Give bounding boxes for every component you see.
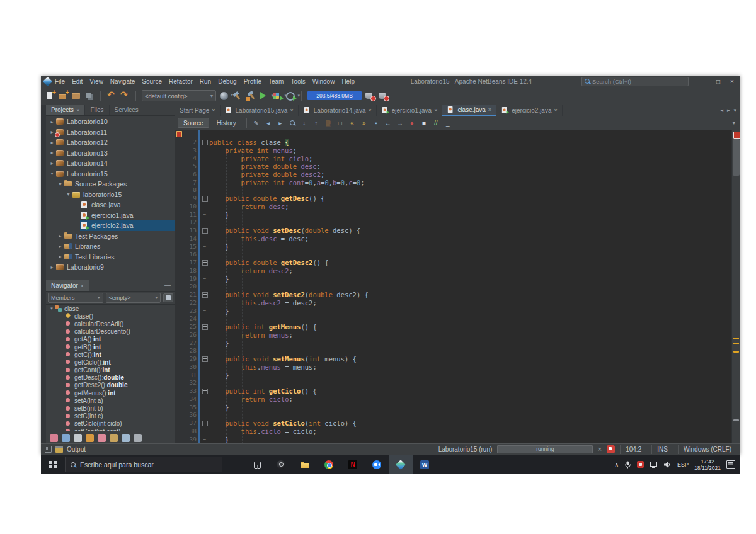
code-line[interactable]: 28 <box>175 347 732 355</box>
code-line[interactable]: 37 public void setCiclo(int ciclo) { <box>175 419 732 428</box>
members-select[interactable]: Members▾ <box>48 293 103 303</box>
code-line[interactable]: 27− } <box>175 339 732 348</box>
fold-margin[interactable]: − <box>200 404 209 412</box>
navigator-item-clase[interactable]: ▾clase <box>46 305 175 312</box>
gc-icon[interactable] <box>365 91 375 101</box>
navigator-item-calculardescadi-[interactable]: calcularDescAdi() <box>46 320 175 327</box>
code-line[interactable]: 10 return desc; <box>175 203 732 211</box>
fold-margin[interactable] <box>200 195 209 203</box>
close-button[interactable]: × <box>725 76 739 87</box>
code-line[interactable]: 30 this.menus = menus; <box>175 363 732 372</box>
config-select[interactable]: <default config>▾ <box>142 90 216 101</box>
navigator-item-getb-[interactable]: getB() : int <box>46 343 175 351</box>
fold-margin[interactable] <box>200 323 209 331</box>
stripe-mark[interactable] <box>733 338 739 339</box>
show-inherited-icon[interactable] <box>50 434 58 442</box>
navigator-item-getmenus-[interactable]: getMenus() : int <box>46 389 175 397</box>
memory-meter[interactable]: 203.5/488.0MB <box>307 91 362 100</box>
tree-arrow-icon[interactable]: ▸ <box>49 140 55 145</box>
navigator-item-seta-int-a-[interactable]: setA(int a) <box>46 397 175 404</box>
taskbar-search[interactable]: Escribe aquí para buscar <box>65 457 222 472</box>
navigator-item-setciclo-int-ciclo-[interactable]: setCiclo(int ciclo) <box>46 420 175 428</box>
comment-icon[interactable]: // <box>431 118 441 128</box>
next-bookmark-icon[interactable]: » <box>359 118 369 128</box>
code-line[interactable]: 18 return desc2; <box>175 267 732 275</box>
tree-arrow-icon[interactable]: ▸ <box>49 264 55 270</box>
fold-collapse-icon[interactable] <box>202 260 208 266</box>
navigator-item-getciclo-[interactable]: getCiclo() : int <box>46 358 175 366</box>
redo-icon[interactable] <box>120 91 130 101</box>
tree-arrow-icon[interactable]: ▸ <box>49 161 55 166</box>
taskbar-app-task-view[interactable] <box>245 455 269 474</box>
show-fields-icon[interactable] <box>62 434 70 442</box>
line-number[interactable]: 26 <box>184 331 198 339</box>
shift-left-icon[interactable]: ← <box>383 118 393 128</box>
editor-tab-ejercicio2-java[interactable]: ejercicio2.java× <box>496 105 563 116</box>
fold-margin[interactable]: − <box>200 436 209 444</box>
code-line[interactable]: 19− } <box>175 275 732 283</box>
menu-file[interactable]: File <box>55 78 65 85</box>
code-line[interactable] <box>175 130 732 139</box>
tray-app-icon[interactable] <box>637 461 644 468</box>
fold-margin[interactable] <box>200 355 209 363</box>
navigator-settings-button[interactable] <box>163 293 173 302</box>
quick-search-box[interactable]: Search (Ctrl+I) <box>581 77 689 86</box>
taskbar-clock[interactable]: 17:42 18/11/2021 <box>694 458 721 471</box>
line-number[interactable]: 23 <box>184 307 198 315</box>
error-stripe[interactable] <box>731 130 740 444</box>
line-number[interactable]: 2 <box>184 139 198 147</box>
code-line[interactable]: 26 return menus; <box>175 331 732 339</box>
taskbar-app-netflix[interactable]: N <box>341 455 365 474</box>
tab-services[interactable]: Services <box>110 105 144 115</box>
open-project-icon[interactable] <box>71 91 81 101</box>
edit-filters-icon[interactable] <box>110 434 118 442</box>
editor-tab-ejercicio1-java[interactable]: ejercicio1.java× <box>377 105 443 116</box>
code-line[interactable]: 7 private int cont=0,a=0,b=0,c=0; <box>175 179 732 187</box>
code-line[interactable]: 15− } <box>175 243 732 251</box>
navigator-item-getdesc2-[interactable]: getDesc2() : double <box>46 382 175 389</box>
tree-item-laboratorio9[interactable]: ▸Laboratorio9 <box>46 262 175 273</box>
navigator-item-getcont-[interactable]: getCont() : int <box>46 366 175 374</box>
code-line[interactable]: 8 <box>175 186 732 195</box>
line-number[interactable]: 18 <box>184 267 198 275</box>
tree-item-laboratorio10[interactable]: ▸Laboratorio10 <box>46 116 175 127</box>
code-line[interactable]: 4 private int ciclo; <box>175 154 732 162</box>
tree-arrow-icon[interactable]: ▸ <box>57 244 64 249</box>
new-project-icon[interactable] <box>58 91 68 101</box>
tree-arrow-icon[interactable]: ▾ <box>57 181 64 187</box>
fold-margin[interactable] <box>200 227 209 235</box>
scrollbar-thumb[interactable] <box>733 139 740 176</box>
fold-margin[interactable]: − <box>200 307 209 315</box>
fold-margin[interactable]: − <box>200 339 209 348</box>
navigator-item-setc-int-c-[interactable]: setC(int c) <box>46 412 175 420</box>
show-constructors-icon[interactable] <box>86 434 94 442</box>
navigator-item-getc-[interactable]: getC() : int <box>46 351 175 358</box>
editor-tab-laboratorio15-java[interactable]: Laboratorio15.java× <box>220 105 299 116</box>
ethernet-icon[interactable] <box>650 461 658 469</box>
line-number[interactable]: 15 <box>184 243 198 251</box>
line-number[interactable]: 11 <box>184 211 198 219</box>
taskbar-app-netbeans[interactable] <box>389 455 413 474</box>
toggle-bookmark-icon[interactable]: ▪ <box>371 118 381 128</box>
shift-right-icon[interactable]: → <box>395 118 405 128</box>
line-number[interactable] <box>184 130 198 139</box>
fold-collapse-icon[interactable] <box>202 356 208 362</box>
taskbar-app-file-explorer[interactable] <box>293 455 317 474</box>
editor-overflow-icon[interactable]: ▾ <box>732 120 738 126</box>
line-number[interactable]: 13 <box>184 227 198 235</box>
line-number[interactable]: 21 <box>184 291 198 299</box>
uncomment-icon[interactable]: _ <box>443 118 453 128</box>
code-editor[interactable]: 2public class clase {3 private int menus… <box>175 130 732 444</box>
fold-margin[interactable] <box>200 419 209 428</box>
fold-collapse-icon[interactable] <box>202 292 208 298</box>
show-constants-icon[interactable] <box>74 434 82 442</box>
new-file-icon[interactable] <box>45 91 55 101</box>
line-number[interactable]: 5 <box>184 162 198 171</box>
last-edit-icon[interactable]: ✎ <box>251 118 261 128</box>
code-line[interactable]: 34 return ciclo; <box>175 395 732 404</box>
close-icon[interactable]: × <box>81 283 84 289</box>
line-number[interactable]: 39 <box>184 436 198 444</box>
line-number[interactable]: 28 <box>184 347 198 355</box>
fold-collapse-icon[interactable] <box>202 324 208 330</box>
source-view-button[interactable]: Source <box>178 118 209 128</box>
